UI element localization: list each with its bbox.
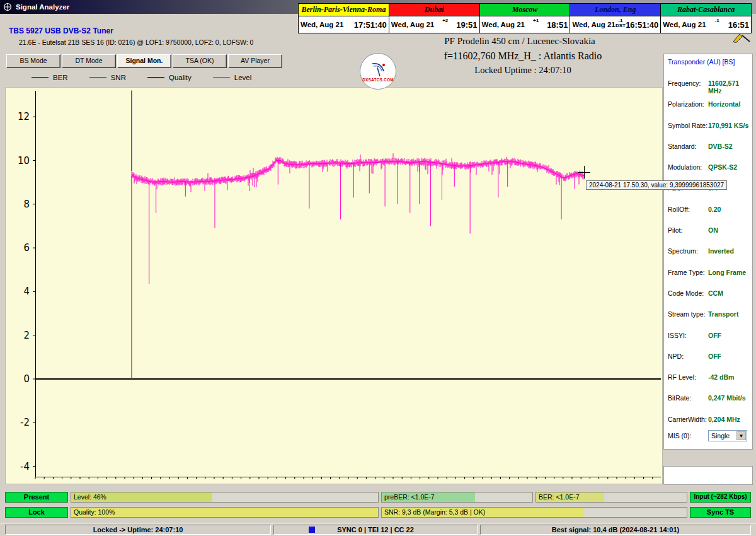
legend-item-level: Level bbox=[213, 74, 252, 81]
transponder-row-label: Symbol Rate: bbox=[668, 122, 708, 129]
app-icon bbox=[3, 3, 12, 11]
tab-av-player[interactable]: AV Player bbox=[228, 54, 282, 68]
transponder-row: BitRate:0,247 Mbit/s bbox=[668, 394, 751, 415]
transponder-row-label: Stream type: bbox=[668, 310, 708, 318]
mis-label: MIS (0): bbox=[668, 432, 708, 440]
transponder-row-value: OFF bbox=[708, 352, 751, 360]
satellite-dish-icon bbox=[369, 61, 387, 78]
statusbar-best-signal: Best signal: 10,4 dB (2024-08-21 14:01) bbox=[480, 525, 751, 535]
transponder-row-value: OFF bbox=[708, 332, 751, 339]
chart-tooltip: 2024-08-21 17.50.30, value: 9,3999996185… bbox=[586, 180, 727, 190]
svg-text:6: 6 bbox=[23, 242, 30, 253]
transponder-row-value: Inverted bbox=[708, 247, 751, 255]
statusbar-lock-uptime: Locked -> Uptime: 24:07:10 bbox=[5, 525, 271, 535]
clock-date: Wed, Aug 21 bbox=[301, 21, 343, 28]
transponder-row-value: 170,991 KS/s bbox=[708, 122, 751, 129]
tab-tsa-ok[interactable]: TSA (OK) bbox=[173, 54, 227, 68]
mis-row: MIS (0): Single ▼ bbox=[668, 430, 751, 441]
tab-bs-mode[interactable]: BS Mode bbox=[6, 54, 60, 68]
ber-bar: BER: <1.0E-7 bbox=[536, 492, 687, 503]
clock-hms: 19:51 bbox=[456, 20, 477, 30]
transponder-row-label: ISSYI: bbox=[668, 332, 708, 339]
clock-city: Rabat-Casablanca bbox=[661, 4, 751, 16]
clock-utc-offset: +2 bbox=[442, 18, 448, 23]
level-bar: Level: 46% bbox=[71, 492, 379, 503]
clock-3: London, EngWed, Aug 21-1DST16:51:40 bbox=[570, 3, 661, 33]
transponder-row-value: 11602,571 MHz bbox=[708, 79, 751, 95]
transponder-row-label: RF Level: bbox=[668, 373, 708, 381]
legend-swatch bbox=[89, 77, 106, 78]
transponder-row: Standard:DVB-S2 bbox=[668, 143, 751, 163]
clock-date: Wed, Aug 21 bbox=[391, 21, 434, 28]
svg-text:8: 8 bbox=[23, 199, 30, 210]
present-indicator: Present bbox=[5, 492, 68, 503]
mode-tabs: BS ModeDT ModeSignal Mon.TSA (OK)AV Play… bbox=[6, 54, 282, 68]
logo-text: DXSATCS.COM bbox=[362, 78, 394, 82]
preber-bar: preBER: <1.0E-7 bbox=[381, 492, 533, 503]
transponder-row-value: 0,247 Mbit/s bbox=[708, 394, 751, 402]
svg-text:4: 4 bbox=[23, 286, 30, 297]
clock-date: Wed, Aug 21 bbox=[482, 21, 525, 28]
frequency-title: f=11602,760 MHz_H_ : Atlantis Radio bbox=[397, 50, 649, 62]
sync-ts-indicator: Sync TS bbox=[690, 507, 751, 518]
clock-0: Berlin-Paris-Vienna-RomaWed, Aug 2117:51… bbox=[298, 3, 389, 33]
mis-select[interactable]: Single ▼ bbox=[708, 430, 747, 441]
clock-city: Berlin-Paris-Vienna-Roma bbox=[299, 4, 389, 16]
transponder-row-label: Polarization: bbox=[668, 100, 708, 108]
transponder-row: Symbol Rate:170,991 KS/s bbox=[668, 122, 751, 143]
legend-label: BER bbox=[53, 74, 68, 81]
quality-bar: Quality: 100% bbox=[71, 507, 379, 518]
transponder-row: Code Mode:CCM bbox=[668, 289, 751, 310]
transponder-row-value: -42 dBm bbox=[708, 373, 751, 381]
tuner-details: 21.6E - Eutelsat 21B SES 16 (ID: 0216) @… bbox=[19, 38, 253, 46]
tab-dt-mode[interactable]: DT Mode bbox=[62, 54, 116, 68]
clock-date: Wed, Aug 21 bbox=[663, 21, 706, 28]
transponder-row-value: QPSK-S2 bbox=[708, 163, 751, 171]
signal-plot[interactable]: -4-2024681012 bbox=[6, 88, 662, 484]
quality-bar-fill bbox=[71, 508, 378, 517]
transponder-row-value: CCM bbox=[708, 289, 751, 297]
transponder-row-label: CarrierWidth: bbox=[668, 416, 708, 423]
legend-label: Quality bbox=[169, 74, 192, 81]
transponder-row: Stream type:Transport bbox=[668, 310, 751, 331]
snr-bar: SNR: 9,3 dB (Margin: 5,3 dB | OK) bbox=[381, 507, 687, 518]
legend-item-ber: BER bbox=[32, 74, 68, 81]
statusbar: Locked -> Uptime: 24:07:10 SYNC 0 | TEI … bbox=[0, 523, 756, 536]
legend-item-quality: Quality bbox=[147, 74, 192, 81]
legend-label: Level bbox=[234, 74, 252, 81]
transponder-row: NPD:OFF bbox=[668, 352, 751, 373]
transponder-row-value: 0.20 bbox=[708, 206, 751, 213]
clock-time: Wed, Aug 21+219:51 bbox=[389, 16, 479, 33]
chart-legend: BERSNRQualityLevel bbox=[32, 74, 251, 81]
clock-4: Rabat-CasablancaWed, Aug 21-116:51 bbox=[660, 3, 752, 33]
transponder-row: Spectrum:Inverted bbox=[668, 247, 751, 268]
signal-chart-panel: -4-2024681012 bbox=[5, 87, 663, 484]
clock-city: London, Eng bbox=[570, 4, 660, 16]
transponder-row-label: Spectrum: bbox=[668, 247, 708, 255]
clock-time: Wed, Aug 21+118:51 bbox=[480, 16, 570, 33]
transponder-row: Frequency:11602,571 MHz bbox=[668, 79, 751, 100]
svg-text:0: 0 bbox=[23, 373, 30, 385]
snr-bar-label: SNR: 9,3 dB (Margin: 5,3 dB | OK) bbox=[384, 508, 485, 516]
world-clocks: Berlin-Paris-Vienna-RomaWed, Aug 2117:51… bbox=[298, 3, 752, 33]
transponder-row-value: ON bbox=[708, 226, 751, 234]
crosshair-cursor bbox=[578, 172, 590, 173]
statusbar-sync-counters: SYNC 0 | TEI 12 | CC 22 bbox=[273, 525, 478, 535]
svg-text:-2: -2 bbox=[20, 417, 30, 428]
level-bar-label: Level: 46% bbox=[74, 493, 106, 501]
chevron-down-icon[interactable]: ▼ bbox=[736, 431, 746, 440]
aux-panel bbox=[663, 466, 753, 485]
input-indicator: Input (~282 Kbps) bbox=[690, 492, 751, 503]
transponder-row-value: 0,204 MHz bbox=[708, 416, 751, 423]
clock-time: Wed, Aug 2117:51:40 bbox=[299, 16, 389, 33]
tab-signal-mon[interactable]: Signal Mon. bbox=[117, 54, 171, 68]
clock-time: Wed, Aug 21-1DST16:51:40 bbox=[570, 16, 660, 33]
transponder-row-label: BitRate: bbox=[668, 394, 708, 402]
transponder-row: Frame Type:Long Frame bbox=[668, 269, 751, 289]
legend-swatch bbox=[213, 77, 230, 78]
transponder-row-label: Standard: bbox=[668, 143, 708, 150]
svg-text:10: 10 bbox=[18, 155, 30, 166]
ber-bar-label: BER: <1.0E-7 bbox=[539, 493, 580, 501]
legend-item-snr: SNR bbox=[89, 74, 126, 81]
transponder-row-value: Horizontal bbox=[708, 100, 751, 108]
